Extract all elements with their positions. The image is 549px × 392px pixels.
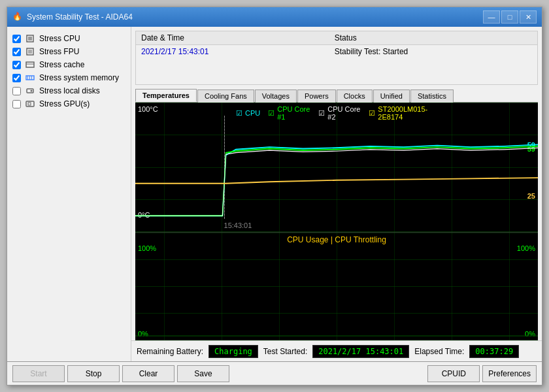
- stress-fpu-label: Stress FPU: [39, 47, 79, 56]
- tab-temperatures[interactable]: Temperatures: [135, 89, 197, 102]
- battery-value: Charging: [208, 345, 258, 358]
- stress-gpu-checkbox[interactable]: [12, 100, 21, 108]
- main-window: 🔥 System Stability Test - AIDA64 — □ ✕ S…: [7, 7, 542, 385]
- empty-row-1: [136, 58, 537, 71]
- bottom-bar: Start Stop Clear Save CPUID Preferences: [7, 361, 542, 385]
- stress-disks-label: Stress local disks: [39, 86, 100, 95]
- tab-powers[interactable]: Powers: [297, 90, 336, 103]
- svg-point-11: [31, 90, 33, 92]
- datetime-cell: 2021/2/17 15:43:01: [136, 45, 329, 59]
- tabs-container: Temperatures Cooling Fans Voltages Power…: [135, 89, 538, 103]
- tab-unified[interactable]: Unified: [373, 90, 410, 103]
- stress-disks-option[interactable]: Stress local disks: [10, 84, 128, 97]
- main-content: Stress CPU Stress FPU Stress cache: [7, 27, 542, 361]
- stress-memory-label: Stress system memory: [39, 73, 119, 82]
- status-cell: Stability Test: Started: [329, 45, 537, 59]
- memory-icon: [25, 73, 35, 83]
- status-bar: Remaining Battery: Charging Test Started…: [131, 340, 542, 361]
- maximize-button[interactable]: □: [501, 10, 518, 24]
- cache-icon: [25, 59, 35, 70]
- stress-memory-option[interactable]: Stress system memory: [10, 71, 128, 84]
- window-controls: — □ ✕: [483, 10, 537, 24]
- tabs: Temperatures Cooling Fans Voltages Power…: [135, 89, 538, 103]
- temperature-chart: ☑ CPU ☑ CPU Core #1 ☑ CPU Core #2 ☑: [135, 103, 538, 233]
- svg-rect-13: [28, 103, 31, 105]
- stress-gpu-label: Stress GPU(s): [39, 99, 90, 108]
- usage-svg: [135, 233, 538, 340]
- status-row: 2021/2/17 15:43:01 Stability Test: Start…: [136, 45, 537, 59]
- cpuid-button[interactable]: CPUID: [427, 365, 480, 382]
- svg-rect-3: [28, 50, 32, 54]
- clear-button[interactable]: Clear: [122, 365, 175, 382]
- stress-fpu-option[interactable]: Stress FPU: [10, 45, 128, 58]
- right-panel: Date & Time Status 2021/2/17 15:43:01 St…: [131, 27, 542, 361]
- cpu-usage-chart: CPU Usage | CPU Throttling 100% 0% 100% …: [135, 233, 538, 340]
- empty-row-2: [136, 71, 537, 84]
- window-title: System Stability Test - AIDA64: [27, 12, 483, 22]
- battery-label: Remaining Battery:: [137, 347, 203, 356]
- status-table: Date & Time Status 2021/2/17 15:43:01 St…: [135, 31, 538, 85]
- test-started-value: 2021/2/17 15:43:01: [312, 345, 409, 358]
- tab-statistics[interactable]: Statistics: [410, 90, 454, 103]
- fpu-icon: [25, 46, 35, 57]
- stress-disks-checkbox[interactable]: [12, 87, 21, 95]
- svg-rect-1: [28, 37, 32, 41]
- stress-cache-label: Stress cache: [39, 60, 84, 69]
- stress-gpu-option[interactable]: Stress GPU(s): [10, 97, 128, 110]
- elapsed-value: 00:37:29: [469, 345, 519, 358]
- tab-cooling-fans[interactable]: Cooling Fans: [197, 90, 254, 103]
- stress-cache-option[interactable]: Stress cache: [10, 58, 128, 71]
- tab-voltages[interactable]: Voltages: [255, 90, 297, 103]
- stress-memory-checkbox[interactable]: [12, 74, 21, 82]
- start-button[interactable]: Start: [12, 365, 65, 382]
- svg-rect-9: [31, 76, 32, 80]
- svg-rect-7: [27, 76, 28, 80]
- gpu-icon: [25, 99, 35, 109]
- stress-cpu-checkbox[interactable]: [12, 35, 21, 43]
- charts-area: ☑ CPU ☑ CPU Core #1 ☑ CPU Core #2 ☑: [135, 103, 538, 340]
- svg-rect-8: [29, 76, 30, 80]
- preferences-button[interactable]: Preferences: [482, 365, 537, 382]
- close-button[interactable]: ✕: [520, 10, 537, 24]
- status-header: Status: [329, 31, 537, 45]
- test-started-label: Test Started:: [263, 347, 307, 356]
- stress-cpu-label: Stress CPU: [39, 34, 80, 43]
- stop-button[interactable]: Stop: [67, 365, 120, 382]
- disk-icon: [25, 86, 35, 96]
- stress-cpu-option[interactable]: Stress CPU: [10, 32, 128, 45]
- save-button[interactable]: Save: [177, 365, 229, 382]
- app-icon: 🔥: [12, 12, 23, 22]
- cpu-icon: [25, 33, 35, 44]
- svg-rect-4: [26, 62, 34, 67]
- stress-fpu-checkbox[interactable]: [12, 48, 21, 56]
- svg-rect-12: [26, 101, 34, 106]
- datetime-header: Date & Time: [136, 31, 329, 45]
- title-bar: 🔥 System Stability Test - AIDA64 — □ ✕: [7, 7, 542, 27]
- temperature-svg: [135, 103, 538, 232]
- left-panel: Stress CPU Stress FPU Stress cache: [7, 27, 131, 361]
- minimize-button[interactable]: —: [483, 10, 500, 24]
- elapsed-label: Elapsed Time:: [414, 347, 464, 356]
- tab-clocks[interactable]: Clocks: [337, 90, 373, 103]
- stress-cache-checkbox[interactable]: [12, 61, 21, 69]
